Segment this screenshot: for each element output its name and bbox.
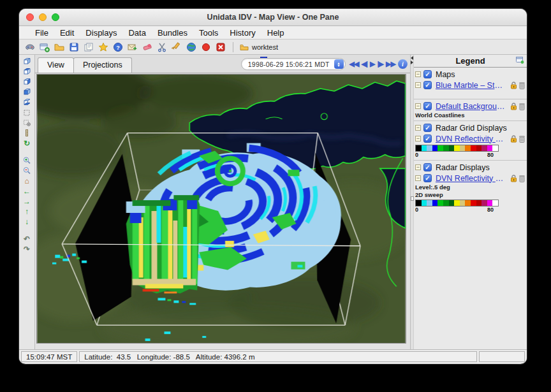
blue-marble-link[interactable]: Blue Marble – Static <box>436 81 504 90</box>
dvn-grid-checkbox[interactable]: ✓ <box>423 134 432 143</box>
trash-icon[interactable] <box>519 103 525 110</box>
pan-down-icon[interactable]: ↓ <box>21 217 33 226</box>
radar-checkbox[interactable]: ✓ <box>423 163 432 171</box>
menu-help[interactable]: Help <box>261 28 290 38</box>
idv-window: Unidata IDV - Map View - One Pane File E… <box>19 9 527 364</box>
new-window-icon[interactable] <box>39 41 50 53</box>
menu-displays[interactable]: Displays <box>80 28 122 38</box>
zoom-out-icon[interactable] <box>21 166 33 175</box>
help-icon[interactable]: ? <box>112 41 124 53</box>
trash-icon[interactable] <box>519 82 525 89</box>
bottom-view-cube-icon[interactable] <box>21 98 33 107</box>
step-back-button[interactable]: ◀| <box>362 60 368 68</box>
map-view-panel: View Projections 1998-06-29 15:06:21 MDT… <box>35 55 410 349</box>
trash-icon[interactable] <box>519 175 525 182</box>
lock-icon[interactable] <box>510 103 517 110</box>
trash-icon[interactable] <box>519 135 525 143</box>
bundle-button[interactable]: worktest <box>240 43 278 51</box>
redo-icon[interactable]: ↷ <box>21 244 33 254</box>
radar-grid-checkbox[interactable]: ✓ <box>423 124 432 132</box>
tab-view[interactable]: View <box>38 57 74 73</box>
minimize-window-button[interactable] <box>39 13 47 21</box>
ruler-scale-icon[interactable] <box>21 128 33 138</box>
splitpane-divider[interactable] <box>410 55 413 349</box>
status-bar: 15:09:47 MST Latitude: 43.5 Longitude: -… <box>19 349 527 363</box>
reflectivity-colorbar[interactable] <box>415 145 499 152</box>
menu-edit[interactable]: Edit <box>54 28 80 38</box>
menu-data[interactable]: Data <box>122 28 151 38</box>
maps-group-label: Maps <box>436 70 455 79</box>
set-clip-icon[interactable] <box>21 118 33 127</box>
zoom-in-icon[interactable] <box>21 156 33 165</box>
reflectivity-colorbar[interactable] <box>415 200 499 207</box>
send-support-icon[interactable] <box>127 41 138 53</box>
default-maps-link[interactable]: Default Background Maps <box>436 102 508 111</box>
lock-icon[interactable] <box>510 82 517 89</box>
legend-group-radar: − ✓ Radar Displays <box>414 162 527 173</box>
top-view-cube-icon[interactable] <box>21 67 33 76</box>
rotate-cube-icon[interactable] <box>21 57 33 66</box>
undo-icon[interactable]: ↶ <box>21 234 33 243</box>
globe-icon[interactable] <box>186 41 197 53</box>
save-as-icon[interactable] <box>83 41 94 53</box>
play-button[interactable]: ▶ <box>370 60 374 68</box>
remove-displays-icon[interactable] <box>142 41 153 53</box>
dvn-grid-link[interactable]: DVN Reflectivity – Rada... <box>436 134 504 143</box>
go-to-end-button[interactable]: ▶▶ <box>386 60 395 68</box>
collapse-default-maps-icon[interactable]: − <box>415 103 421 109</box>
open-bundle-icon[interactable] <box>54 41 65 53</box>
favorites-icon[interactable] <box>98 41 109 53</box>
close-window-button[interactable] <box>26 13 34 21</box>
collapse-radar-icon[interactable]: − <box>415 164 421 170</box>
show-dashboard-icon[interactable] <box>24 41 36 53</box>
status-memory-cell <box>479 351 525 362</box>
map-3d-view[interactable] <box>36 74 406 344</box>
lock-icon[interactable] <box>510 175 517 182</box>
front-view-cube-icon[interactable] <box>21 87 33 97</box>
collapse-dvn-grid-icon[interactable]: − <box>415 136 421 142</box>
legend-title: Legend <box>414 56 527 66</box>
world-coastlines-label: World Coastlines <box>414 112 527 119</box>
stop-loads-icon[interactable] <box>215 41 226 53</box>
time-animation-controls: 1998-06-29 15:06:21 MDT ▲▼ ◀◀ ◀| ▶ |▶ ▶▶… <box>241 58 408 70</box>
default-maps-checkbox[interactable]: ✓ <box>423 102 432 110</box>
pan-left-icon[interactable]: ← <box>21 186 33 196</box>
splitpane-handle[interactable] <box>411 196 414 201</box>
perspective-view-icon[interactable] <box>21 108 33 117</box>
lock-icon[interactable] <box>510 135 517 143</box>
blue-marble-checkbox[interactable]: ✓ <box>423 81 432 89</box>
legend-separator <box>414 99 527 99</box>
time-select-combobox[interactable]: 1998-06-29 15:06:21 MDT ▲▼ <box>241 58 346 70</box>
content-area: ↻ ⌂ ← → ↑ ↓ ↶ ↷ View Projections <box>19 55 527 349</box>
reset-orientation-icon[interactable]: ↻ <box>21 138 33 148</box>
side-view-cube-icon[interactable] <box>21 77 33 87</box>
animation-properties-button[interactable]: i <box>398 59 408 69</box>
go-to-start-button[interactable]: ◀◀ <box>349 60 359 68</box>
level-label: Level:.5 deg <box>414 184 527 191</box>
pan-up-icon[interactable]: ↑ <box>21 207 33 216</box>
drawing-icon[interactable] <box>171 41 182 53</box>
float-legend-icon[interactable] <box>516 57 524 66</box>
menu-bundles[interactable]: Bundles <box>152 28 193 38</box>
splitpane-collapse-arrows[interactable] <box>411 56 413 64</box>
collapse-radar-grid-icon[interactable]: − <box>415 125 421 131</box>
pan-right-icon[interactable]: → <box>21 196 33 206</box>
record-movie-icon[interactable] <box>200 41 212 53</box>
collapse-maps-icon[interactable]: − <box>415 71 421 77</box>
menu-tools[interactable]: Tools <box>193 28 224 38</box>
save-bundle-icon[interactable] <box>68 41 80 53</box>
maps-visibility-checkbox[interactable]: ✓ <box>423 70 432 78</box>
tab-projections[interactable]: Projections <box>73 57 132 73</box>
collapse-blue-marble-icon[interactable]: − <box>415 82 421 88</box>
dvn-radar-link[interactable]: DVN Reflectivity – Rada... <box>436 174 504 183</box>
cut-icon[interactable] <box>156 41 168 53</box>
menu-file[interactable]: File <box>29 28 54 38</box>
title-bar[interactable]: Unidata IDV - Map View - One Pane <box>19 9 527 26</box>
home-view-icon[interactable]: ⌂ <box>21 176 33 185</box>
collapse-dvn-radar-icon[interactable]: − <box>415 175 421 181</box>
menu-history[interactable]: History <box>224 28 261 38</box>
bundle-label: worktest <box>252 43 278 51</box>
zoom-window-button[interactable] <box>52 13 59 21</box>
step-forward-button[interactable]: |▶ <box>378 60 384 68</box>
dvn-radar-checkbox[interactable]: ✓ <box>423 174 432 182</box>
